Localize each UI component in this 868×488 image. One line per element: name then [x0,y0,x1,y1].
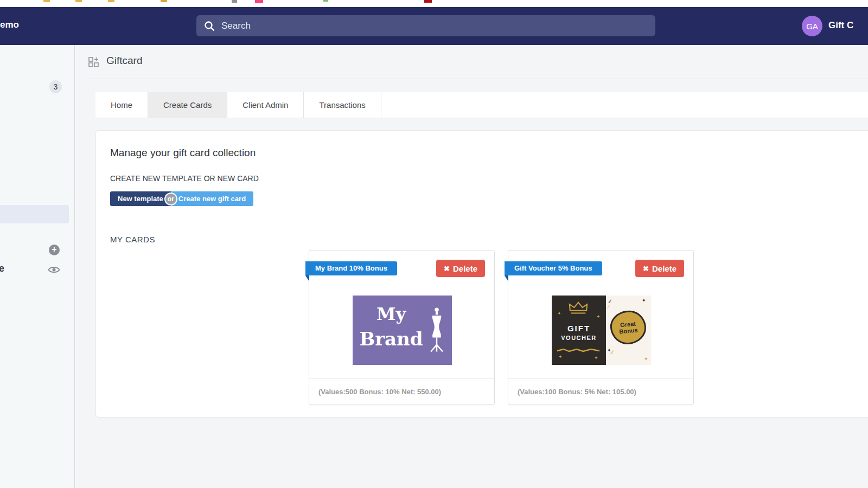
delete-button[interactable]: ✖ Delete [436,260,485,277]
favicon-fragment [424,0,432,3]
create-section-label: CREATE NEW TEMPLATE OR NEW CARD [110,174,259,183]
delete-x-icon: ✖ [444,265,450,273]
bookmarks-bar [0,0,868,7]
sidebar: 3 + e [0,45,75,488]
delete-x-icon: ✖ [643,265,649,273]
add-icon[interactable]: + [49,245,60,255]
page-title-row: Giftcard [75,45,868,79]
voucher-art-line2: VOUCHER [552,335,606,341]
brand-art-line1: My [353,302,430,326]
sidebar-item-label-cutoff[interactable]: e [0,263,4,274]
mannequin-icon [427,307,446,353]
create-buttons-row: New template or Create new gift card [110,191,253,206]
content-panel: Manage your gift card collection CREATE … [95,130,868,418]
count-badge: 3 [49,80,62,93]
favicon-fragment [323,0,328,2]
create-gift-card-button[interactable]: Create new gift card [171,191,253,206]
gift-card: Gift Voucher 5% Bonus ✖ Delete ✦ ✦ ✦ ✦ [508,250,694,405]
tab-home[interactable]: Home [95,92,148,118]
card-ribbon: My Brand 10% Bonus [305,261,397,275]
sidebar-active-item[interactable] [0,205,69,223]
user-avatar[interactable]: GA [802,16,822,36]
tabs-strip: Home Create Cards Client Admin Transacti… [95,92,868,118]
squiggle-underline [556,345,602,355]
giftcard-module-icon [88,57,99,69]
voucher-art-right2: Bonus [619,327,638,335]
card-image[interactable]: ✦ ✦ ✦ ✦ GIFT VOUCHER [552,296,651,365]
delete-button[interactable]: ✖ Delete [635,260,684,277]
favicon-fragment [75,0,82,2]
favicon-fragment [232,0,237,3]
main-content: Giftcard Home Create Cards Client Admin … [75,45,868,488]
page-title: Giftcard [106,55,143,67]
card-image[interactable]: My Brand [353,296,452,365]
card-footer: (Values:500 Bonus: 10% Net: 550.00) [309,378,494,404]
brand-label: emo [0,20,19,30]
tab-client-admin[interactable]: Client Admin [227,92,304,118]
gift-card: My Brand 10% Bonus ✖ Delete My Brand [309,250,495,405]
or-separator: or [164,192,177,206]
new-template-button[interactable]: New template [110,191,171,206]
delete-label: Delete [453,264,477,273]
tab-create-cards[interactable]: Create Cards [148,92,227,118]
app-window: emo GA Gift C 3 + e Giftcard Home Create… [0,0,868,488]
ribbon-fold [305,275,309,281]
crown-icon [568,301,589,317]
favicon-fragment [43,0,50,2]
voucher-art-line1: GIFT [552,324,606,333]
eye-icon[interactable] [48,265,60,277]
card-values-text: (Values:500 Bonus: 10% Net: 550.00) [318,388,441,396]
card-ribbon: Gift Voucher 5% Bonus [505,261,602,275]
favicon-fragment [161,0,167,2]
app-header: emo GA Gift C [0,7,868,45]
section-heading: Manage your gift card collection [110,147,256,159]
card-footer: (Values:100 Bonus: 5% Net: 105.00) [508,378,693,404]
tab-transactions[interactable]: Transactions [304,92,381,118]
ribbon-fold [505,275,508,281]
search-input[interactable] [221,21,648,31]
great-bonus-badge: Great Bonus [609,309,647,346]
search-bar[interactable] [196,15,655,36]
search-icon [204,21,215,31]
card-values-text: (Values:100 Bonus: 5% Net: 105.00) [518,388,636,396]
delete-label: Delete [652,264,676,273]
brand-art-line2: Brand [353,326,430,352]
favicon-fragment [255,0,263,3]
favicon-fragment [108,0,114,2]
user-name[interactable]: Gift C [828,20,853,31]
my-cards-label: MY CARDS [110,235,155,244]
